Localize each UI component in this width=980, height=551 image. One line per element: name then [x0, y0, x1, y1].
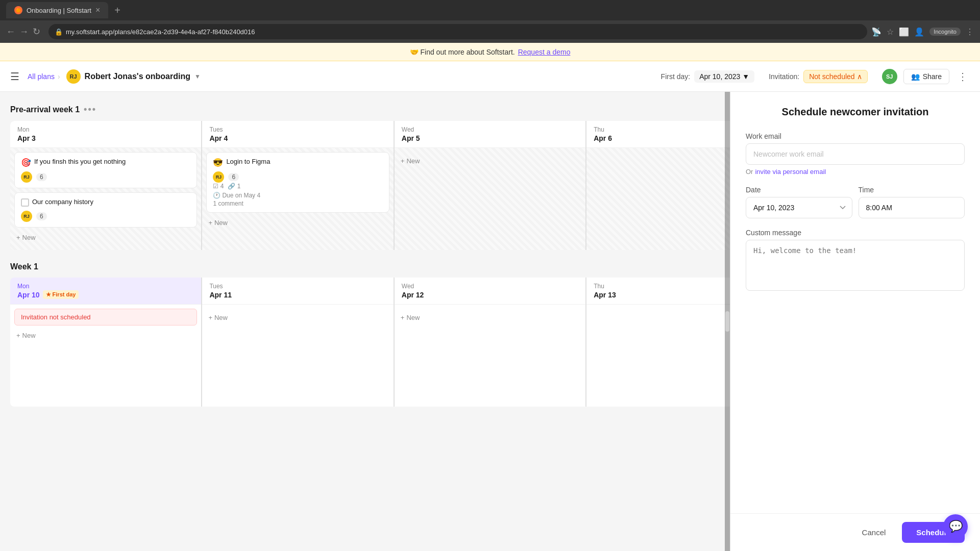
plus-icon-wed-apr12: + — [401, 314, 405, 321]
task-icon-row-figma: ☑ 4 🔗 1 — [213, 183, 382, 190]
browser-chrome: 🟠 Onboarding | Softstart × + — [0, 0, 980, 20]
pre-arrival-more-dots[interactable]: ••• — [84, 104, 96, 115]
more-browser-icon[interactable]: ⋮ — [966, 27, 974, 37]
notification-bar: 🤝 Find out more about Softstart. Request… — [0, 43, 980, 61]
task-meta-nothing: RJ 6 — [21, 171, 190, 183]
tab-close-button[interactable]: × — [95, 6, 100, 15]
share-label: Share — [923, 72, 942, 81]
back-button[interactable]: ← — [6, 27, 15, 37]
not-scheduled-text: Not scheduled — [809, 72, 855, 81]
chat-icon: 💬 — [949, 520, 963, 533]
day-header-tues-apr11: Tues Apr 11 — [202, 278, 393, 305]
plan-title-chevron[interactable]: ▼ — [194, 73, 201, 80]
task-checkbox[interactable] — [21, 198, 29, 207]
checkbox-icon-figma: ☑ 4 — [213, 183, 224, 190]
first-day-chevron: ▼ — [742, 72, 749, 81]
invite-personal-link[interactable]: invite via personal email — [755, 168, 826, 176]
invitation-label: Invitation: — [769, 72, 799, 81]
forward-button[interactable]: → — [19, 27, 29, 37]
star-icon: ★ — [46, 291, 51, 298]
add-new-btn-tues-apr4[interactable]: + New — [206, 217, 389, 229]
tab-title: Onboarding | Softstart — [27, 7, 91, 14]
day-content-tues-apr11: + New — [202, 305, 393, 407]
day-name-mon: Mon — [17, 126, 194, 133]
breadcrumb-separator: › — [58, 72, 60, 81]
day-name-tues: Tues — [209, 126, 386, 133]
new-tab-button[interactable]: + — [114, 5, 120, 16]
first-day-value: Apr 10, 2023 — [699, 72, 740, 81]
hamburger-icon[interactable]: ☰ — [10, 70, 19, 83]
or-text: Or — [746, 168, 753, 176]
link-icon-figma: 🔗 1 — [228, 183, 240, 190]
add-new-btn-mon-apr10[interactable]: + New — [14, 330, 197, 341]
lock-icon: 🔒 — [55, 28, 63, 36]
cancel-button[interactable]: Cancel — [854, 523, 894, 542]
request-demo-link[interactable]: Request a demo — [518, 48, 571, 56]
plan-title-area: RJ Robert Jonas's onboarding ▼ — [66, 69, 201, 84]
task-avatar-rj3: RJ — [213, 171, 224, 183]
profile-icon[interactable]: 👤 — [914, 27, 924, 37]
chat-bubble-button[interactable]: 💬 — [943, 514, 968, 539]
time-input[interactable] — [859, 197, 965, 218]
work-email-input[interactable] — [746, 143, 965, 165]
date-label: Date — [746, 186, 852, 194]
task-meta-history: RJ 6 — [21, 211, 190, 222]
task-card-figma[interactable]: 😎 Login to Figma RJ 6 ☑ 4 🔗 1 — [206, 152, 389, 213]
day-header-mon-apr3: Mon Apr 3 — [10, 121, 201, 148]
task-card-nothing[interactable]: 🎯 If you finsh this you get nothing RJ 6 — [14, 152, 197, 188]
panel-resize-handle[interactable] — [725, 311, 729, 332]
day-date-area-apr10: Apr 10 ★ First day — [17, 290, 194, 299]
task-avatar-rj2: RJ — [21, 211, 32, 222]
form-actions: Cancel Schedule — [730, 513, 980, 551]
day-date-apr3: Apr 3 — [17, 134, 194, 142]
not-scheduled-chevron: ∧ — [857, 72, 862, 81]
day-col-wed-apr5: Wed Apr 5 + New — [395, 121, 585, 250]
date-time-row: Date Apr 10, 2023 Time — [746, 186, 965, 218]
day-header-mon-apr10: Mon Apr 10 ★ First day — [10, 278, 201, 305]
work-email-field: Work email Or invite via personal email — [746, 132, 965, 176]
day-header-tues-apr4: Tues Apr 4 — [202, 121, 393, 148]
day-name-wed: Wed — [402, 126, 578, 133]
sidebar-icon[interactable]: ⬜ — [899, 27, 909, 37]
refresh-button[interactable]: ↻ — [33, 26, 40, 37]
plan-title: Robert Jonas's onboarding — [85, 72, 190, 81]
all-plans-link[interactable]: All plans — [28, 72, 55, 81]
task-comment-figma: 1 comment — [213, 200, 382, 207]
add-new-btn-wed-apr5[interactable]: + New — [399, 155, 581, 167]
invitation-not-scheduled-badge[interactable]: Invitation not scheduled — [14, 309, 197, 325]
custom-message-textarea[interactable] — [746, 240, 965, 291]
not-scheduled-badge[interactable]: Not scheduled ∧ — [803, 70, 868, 83]
main-content: Pre-arrival week 1 ••• Mon Apr 3 🎯 If yo… — [0, 92, 980, 551]
add-new-btn-wed-apr12[interactable]: + New — [399, 312, 581, 323]
day-content-wed-apr5: + New — [395, 148, 585, 250]
day-content-tues-apr4: 😎 Login to Figma RJ 6 ☑ 4 🔗 1 — [202, 148, 393, 250]
more-options-button[interactable]: ⋮ — [955, 68, 970, 85]
day-name-wed-apr12: Wed — [402, 283, 578, 290]
first-day-picker[interactable]: Apr 10, 2023 ▼ — [694, 70, 754, 83]
bookmark-icon[interactable]: ☆ — [887, 27, 894, 37]
address-bar-row: ← → ↻ 🔒 my.softstart.app/plans/e82cae2a-… — [0, 20, 980, 43]
first-day-area: First day: Apr 10, 2023 ▼ — [661, 70, 755, 83]
day-date-apr4: Apr 4 — [209, 134, 386, 142]
task-count-6b: 6 — [36, 212, 47, 220]
day-col-mon-apr3: Mon Apr 3 🎯 If you finsh this you get no… — [10, 121, 201, 250]
add-new-btn-mon-apr3[interactable]: + New — [14, 232, 197, 243]
day-header-wed-apr5: Wed Apr 5 — [395, 121, 585, 148]
task-title-figma: 😎 Login to Figma — [213, 158, 382, 167]
plus-icon-mon-apr10: + — [16, 332, 20, 339]
invitation-area: Invitation: Not scheduled ∧ — [769, 70, 867, 83]
share-button[interactable]: 👥 Share — [903, 69, 949, 84]
task-card-company-history[interactable]: Our company history RJ 6 — [14, 192, 197, 228]
plus-icon-mon-apr3: + — [16, 234, 20, 241]
browser-tab[interactable]: 🟠 Onboarding | Softstart × — [6, 2, 108, 18]
add-new-btn-tues-apr11[interactable]: + New — [206, 312, 389, 323]
date-field: Date Apr 10, 2023 — [746, 186, 852, 218]
date-select[interactable]: Apr 10, 2023 — [746, 197, 852, 218]
day-col-mon-apr10: Mon Apr 10 ★ First day Invitation not sc… — [10, 278, 201, 407]
day-content-mon-apr3: 🎯 If you finsh this you get nothing RJ 6 — [10, 148, 201, 250]
address-bar[interactable]: 🔒 my.softstart.app/plans/e82cae2a-2d39-4… — [48, 24, 867, 39]
clock-icon-figma: 🕐 — [213, 192, 220, 199]
day-content-mon-apr10: Invitation not scheduled + New — [10, 305, 201, 407]
day-date-apr11: Apr 11 — [209, 291, 386, 299]
url-text: my.softstart.app/plans/e82cae2a-2d39-4e4… — [66, 28, 861, 36]
